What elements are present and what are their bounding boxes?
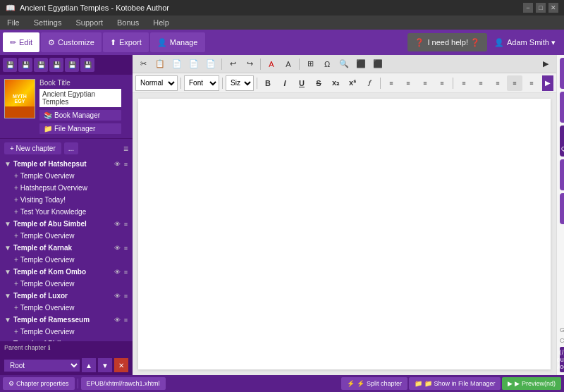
spell-check-button[interactable]: ⬛ [353,57,369,71]
chapter-menu-button[interactable]: ≡ [123,245,128,252]
file-path-button[interactable]: EPUB/xhtml/rawch1.xhtml [81,377,166,390]
audio-insert-button[interactable]: 🎤 Audio [560,159,564,190]
close-button[interactable]: ✕ [548,3,558,13]
maximize-button[interactable]: □ [536,3,546,13]
chapter-item[interactable]: + Temple Overview [0,326,133,338]
image-insert-button[interactable]: 🖼 Image [560,58,564,89]
chapter-menu-button[interactable]: ≡ [123,317,128,324]
bold-button[interactable]: B [260,75,276,91]
chapter-menu-button[interactable]: ≡ [123,341,128,342]
edit-button[interactable]: ✏ Edit [3,32,39,52]
chapter-item[interactable]: + Hatshepsut Overview [0,182,133,194]
chapter-menu-button[interactable]: ≡ [123,221,128,228]
more-formats-button[interactable]: ▶ [542,75,553,91]
highlight-button[interactable]: A [281,57,296,71]
undo-button[interactable]: ↩ [225,57,240,71]
chapter-eye-button[interactable]: 👁 [114,293,121,300]
size-select[interactable]: Size [226,75,254,91]
menu-bonus[interactable]: Bonus [114,17,142,28]
sidebar-tool-6[interactable]: 💾 [80,58,94,72]
book-manager-button[interactable]: 📚 Book Manager [39,110,121,121]
new-chapter-button[interactable]: + New chapter [4,142,61,154]
chapter-list-view-button[interactable]: ≡ [123,144,128,154]
find-button[interactable]: 🔍 [336,57,352,71]
font-color-button[interactable]: A [264,57,279,71]
subscript-button[interactable]: x₂ [328,75,343,91]
file-manager-button[interactable]: 📁 File Manager [39,123,121,134]
sidebar-tool-4[interactable]: 💾 [49,58,63,72]
chapter-properties-button[interactable]: ⚙ Chapter properties [3,377,75,390]
manage-button[interactable]: 👤 Manage [150,32,205,52]
sidebar-tool-2[interactable]: 💾 [18,58,32,72]
menu-file[interactable]: File [4,17,23,28]
menu-help[interactable]: Help [150,17,172,28]
expand-toolbar-button[interactable]: ▶ [538,57,553,71]
paragraph-format-select[interactable]: Normal [135,75,178,91]
chapter-item[interactable]: ▼ Temple of Ramesseum 👁 ≡ [0,314,133,326]
chapter-item[interactable]: + Temple Overview [0,302,133,314]
minimize-button[interactable]: − [523,3,533,13]
help-button[interactable]: ❓ I need help! ❓ [407,33,487,51]
root-select[interactable]: Root [4,360,80,372]
chapter-item[interactable]: + Temple Overview [0,230,133,242]
italic-button[interactable]: I [277,75,293,91]
move-up-button[interactable]: ▲ [82,358,96,372]
align-right-button[interactable]: ≡ [490,75,505,91]
sidebar-tool-5[interactable]: 💾 [65,58,79,72]
split-chapter-button[interactable]: ⚡ ⚡ Split chapter [341,377,407,390]
chapter-options-button[interactable]: ... [64,142,78,154]
chapter-item[interactable]: ▼ Temple of Hatshepsut 👁 ≡ [0,158,133,170]
move-down-button[interactable]: ▼ [98,358,112,372]
book-title-value[interactable]: Ancient Egyptian Temples [39,89,121,107]
chapter-eye-button[interactable]: 👁 [114,269,121,276]
menu-settings[interactable]: Settings [31,17,65,28]
font-select[interactable]: Font [184,75,219,91]
chapter-eye-button[interactable]: 👁 [114,161,121,168]
chapter-item[interactable]: + Test Your Knowledge [0,206,133,218]
chapter-eye-button[interactable]: 👁 [114,317,121,324]
chapter-eye-button[interactable]: 👁 [114,341,121,342]
user-menu-button[interactable]: 👤 Adam Smith ▾ [489,33,561,51]
paste-word-button[interactable]: 📄 [203,57,219,71]
rtl-button[interactable]: ≡ [524,75,539,91]
chapter-item[interactable]: ▼ Temple of Kom Ombo 👁 ≡ [0,266,133,278]
chapter-menu-button[interactable]: ≡ [123,161,128,168]
strikethrough-button[interactable]: S [311,75,326,91]
link-insert-button[interactable]: 🔗 Link [560,92,564,123]
redo-button[interactable]: ↪ [242,57,257,71]
more-button[interactable]: ⬛ [370,57,386,71]
chapter-item[interactable]: ▼ Temple of Abu Simbel 👁 ≡ [0,218,133,230]
chapter-menu-button[interactable]: ≡ [123,293,128,300]
special-char-button[interactable]: Ω [319,57,335,71]
align-justify-button[interactable]: ≡ [507,75,522,91]
align-left-button[interactable]: ≡ [456,75,472,91]
chapter-eye-button[interactable]: 👁 [114,245,121,252]
align-center-button[interactable]: ≡ [473,75,489,91]
editor-canvas[interactable] [138,99,551,369]
sidebar-tool-3[interactable]: 💾 [34,58,48,72]
source-mode-button[interactable]: ⟨/⟩ Source Mode [560,347,564,372]
chapter-item[interactable]: + Temple Overview [0,254,133,266]
paste-button[interactable]: 📄 [169,57,185,71]
chapter-item[interactable]: ▼ Temple of Philae 👁 ≡ [0,338,133,341]
chapter-item[interactable]: + Temple Overview [0,170,133,182]
copy-button[interactable]: 📋 [152,57,168,71]
ordered-list-button[interactable]: ≡ [384,75,399,91]
unordered-list-button[interactable]: ≡ [400,75,416,91]
superscript-button[interactable]: xˢ [345,75,360,91]
menu-support[interactable]: Support [73,17,106,28]
delete-button[interactable]: ✕ [114,358,128,372]
chapter-item[interactable]: ▼ Temple of Luxor 👁 ≡ [0,290,133,302]
chapter-item[interactable]: + Temple Overview [0,278,133,290]
show-in-file-manager-button[interactable]: 📁 📁 Show in File Manager [409,377,501,390]
customize-button[interactable]: ⚙ Customize [41,32,102,52]
chapter-item[interactable]: + Visiting Today! [0,194,133,206]
paste-plain-button[interactable]: 📄 [186,57,202,71]
threed-insert-button[interactable]: 🔷 3d [560,193,564,224]
questions-insert-button[interactable]: ✅ Questions [560,125,564,157]
chapter-eye-button[interactable]: 👁 [114,221,121,228]
sidebar-tool-1[interactable]: 💾 [3,58,17,72]
cut-button[interactable]: ✂ [135,57,151,71]
indent-button[interactable]: ≡ [434,75,450,91]
export-button[interactable]: ⬆ Export [103,32,149,52]
